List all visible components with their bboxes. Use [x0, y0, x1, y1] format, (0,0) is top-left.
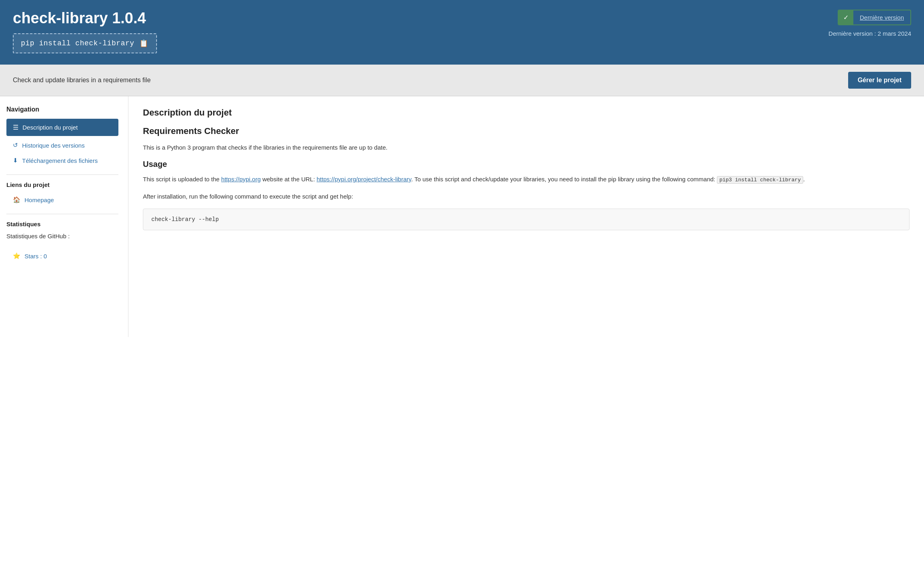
download-icon: ⬇	[13, 157, 18, 164]
sidebar-item-history-label: Historique des versions	[22, 142, 85, 149]
sidebar-item-download-label: Téléchargement des fichiers	[22, 157, 98, 164]
last-version-date: Dernière version : 2 mars 2024	[828, 30, 911, 37]
inline-code-install: pip3 install check-library	[717, 176, 803, 184]
pypi-link[interactable]: https://pypi.org	[221, 176, 261, 183]
package-description: Check and update libraries in a requirem…	[13, 77, 151, 84]
subheader: Check and update libraries in a requirem…	[0, 65, 924, 96]
pypi-project-link[interactable]: https://pypi.org/project/check-library	[317, 176, 411, 183]
copy-icon: 📋	[139, 39, 148, 47]
header: check-library 1.0.4 pip install check-li…	[0, 0, 924, 65]
sidebar-divider-1	[6, 174, 118, 175]
navigation-title: Navigation	[6, 106, 118, 113]
pip-install-box: pip install check-library 📋	[13, 33, 157, 53]
copy-button[interactable]: 📋	[138, 38, 149, 49]
latest-version-button[interactable]: ✓ Dernière version	[838, 10, 911, 25]
help-code-block: check-library --help	[143, 209, 910, 230]
latest-version-label: Dernière version	[853, 11, 910, 24]
main-content: Description du projet Requirements Check…	[128, 96, 924, 337]
sidebar-item-history[interactable]: ↺ Historique des versions	[6, 138, 118, 153]
usage-title: Usage	[143, 160, 910, 169]
sidebar-item-description-label: Description du projet	[22, 124, 78, 131]
main-layout: Navigation ☰ Description du projet ↺ His…	[0, 96, 924, 337]
help-command: check-library --help	[151, 216, 219, 223]
sidebar: Navigation ☰ Description du projet ↺ His…	[0, 96, 128, 337]
usage-text-end: . To use this script and check/update yo…	[411, 176, 717, 183]
sidebar-item-download[interactable]: ⬇ Téléchargement des fichiers	[6, 153, 118, 168]
sidebar-divider-2	[6, 214, 118, 214]
package-title: check-library 1.0.4	[13, 10, 157, 27]
github-stats-label: Statistiques de GitHub :	[6, 231, 118, 241]
sidebar-item-stars-label: Stars : 0	[24, 253, 47, 260]
usage-paragraph: This script is uploaded to the https://p…	[143, 174, 910, 185]
sidebar-item-homepage-label: Homepage	[24, 197, 54, 203]
history-icon: ↺	[13, 142, 18, 149]
requirements-checker-title: Requirements Checker	[143, 126, 910, 136]
description-title: Description du projet	[143, 108, 910, 118]
usage-text-start: This script is uploaded to the	[143, 176, 221, 183]
usage-text-mid: website at the URL:	[261, 176, 317, 183]
star-icon: ⭐	[13, 252, 20, 260]
manage-project-button[interactable]: Gérer le projet	[848, 72, 911, 89]
sidebar-item-description[interactable]: ☰ Description du projet	[6, 119, 118, 136]
project-links-title: Liens du projet	[6, 181, 118, 188]
header-left: check-library 1.0.4 pip install check-li…	[13, 10, 157, 53]
sidebar-item-stars[interactable]: ⭐ Stars : 0	[6, 248, 118, 264]
checkmark-icon: ✓	[839, 10, 853, 24]
statistics-title: Statistiques	[6, 221, 118, 227]
intro-paragraph: This is a Python 3 program that checks i…	[143, 143, 910, 152]
header-right: ✓ Dernière version Dernière version : 2 …	[828, 10, 911, 37]
pip-install-command: pip install check-library	[21, 39, 134, 47]
menu-icon: ☰	[13, 124, 18, 131]
sidebar-item-homepage[interactable]: 🏠 Homepage	[6, 192, 118, 207]
after-install-para: After installation, run the following co…	[143, 192, 910, 201]
home-icon: 🏠	[13, 196, 20, 203]
